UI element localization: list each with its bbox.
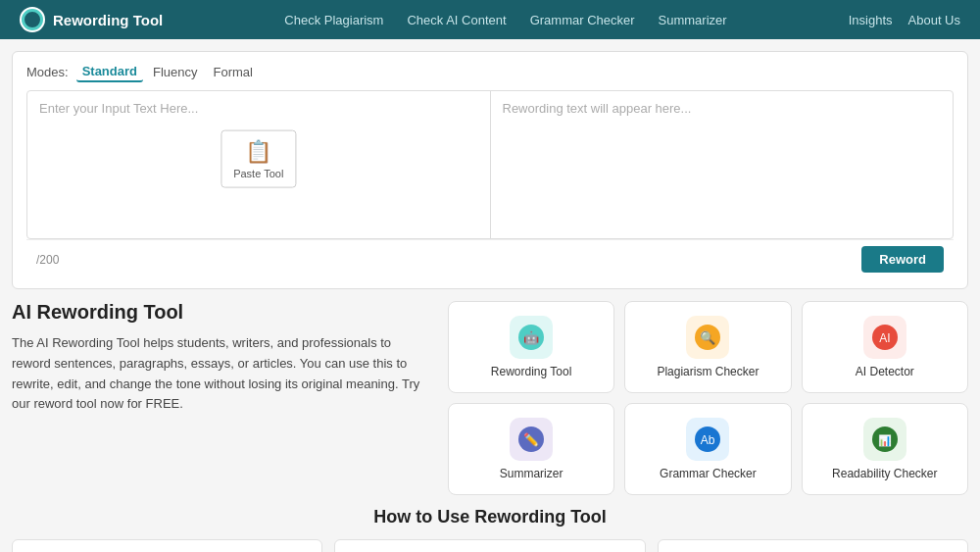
input-footer: /200 Reword (26, 239, 954, 278)
insights-link[interactable]: Insights (849, 13, 893, 27)
mode-standard[interactable]: Standard (76, 62, 143, 82)
rewording-icon: 🤖 (510, 316, 553, 359)
mode-fluency[interactable]: Fluency (147, 63, 204, 81)
tool-card-ai-detector[interactable]: AI AI Detector (802, 301, 968, 393)
svg-text:🔍: 🔍 (700, 329, 716, 346)
summarizer-icon: ✏️ (510, 418, 553, 461)
svg-text:✏️: ✏️ (523, 431, 540, 448)
rewording-label: Rewording Tool (491, 365, 572, 378)
nav-summarizer[interactable]: Summarizer (659, 13, 727, 27)
step-3-wrapper: Get Output Text Within moments, you can … (658, 539, 968, 552)
word-count: /200 (36, 253, 59, 267)
header-right: Insights About Us (849, 13, 960, 27)
tool-cards: 🤖 Rewording Tool 🔍 Plagiarism Checker AI (448, 301, 968, 495)
nav-grammar[interactable]: Grammar Checker (530, 13, 635, 27)
logo[interactable]: Rewording Tool (20, 7, 163, 32)
tool-card-readability[interactable]: 📊 Readability Checker (802, 403, 968, 495)
step-2-card: Click "REWORD" Button Once you've entere… (334, 539, 645, 552)
ai-description: The AI Rewording Tool helps students, wr… (12, 333, 428, 415)
plagiarism-icon: 🔍 (686, 316, 729, 359)
modes-label: Modes: (26, 65, 69, 79)
paste-label: Paste Tool (233, 168, 283, 179)
input-placeholder: Enter your Input Text Here... (27, 91, 490, 125)
output-area: Rewording text will appear here... (491, 91, 954, 238)
readability-icon: 📊 (863, 418, 906, 461)
about-us-link[interactable]: About Us (908, 13, 960, 27)
output-placeholder: Rewording text will appear here... (491, 91, 954, 125)
ai-detector-label: AI Detector (856, 365, 914, 378)
plagiarism-label: Plagiarism Checker (657, 365, 759, 378)
paste-tool[interactable]: 📋 Paste Tool (220, 130, 296, 188)
step-3-card: Get Output Text Within moments, you can … (658, 539, 968, 552)
tool-card-rewording[interactable]: 🤖 Rewording Tool (448, 301, 614, 393)
nav-plagiarism[interactable]: Check Plagiarism (284, 13, 383, 27)
input-area[interactable]: Enter your Input Text Here... 📋 Paste To… (27, 91, 491, 238)
svg-text:AI: AI (879, 331, 890, 345)
modes-bar: Modes: Standard Fluency Formal (26, 62, 954, 82)
ai-info: AI Rewording Tool The AI Rewording Tool … (12, 301, 428, 415)
logo-icon (20, 7, 45, 32)
steps-grid: Enter Input Text Begin by typing or past… (12, 539, 968, 552)
tool-card-summarizer[interactable]: ✏️ Summarizer (448, 403, 614, 495)
svg-text:📊: 📊 (878, 433, 892, 447)
header: Rewording Tool Check Plagiarism Check AI… (0, 0, 980, 39)
how-to-title: How to Use Rewording Tool (12, 507, 968, 527)
logo-text: Rewording Tool (53, 12, 163, 28)
below-section: AI Rewording Tool The AI Rewording Tool … (12, 301, 968, 495)
nav-ai-content[interactable]: Check AI Content (407, 13, 506, 27)
paste-icon: 📋 (245, 139, 271, 165)
grammar-label: Grammar Checker (660, 467, 757, 480)
tool-card-grammar[interactable]: Ab Grammar Checker (624, 403, 791, 495)
tool-container: Modes: Standard Fluency Formal Enter you… (12, 51, 968, 289)
ai-detector-icon: AI (863, 316, 906, 359)
readability-label: Readability Checker (832, 467, 937, 480)
main-nav: Check Plagiarism Check AI Content Gramma… (284, 13, 726, 27)
how-to-section: How to Use Rewording Tool Enter Input Te… (12, 507, 968, 552)
summarizer-label: Summarizer (500, 467, 564, 480)
text-areas: Enter your Input Text Here... 📋 Paste To… (26, 90, 954, 239)
tool-card-plagiarism[interactable]: 🔍 Plagiarism Checker (624, 301, 791, 393)
step-1-card: Enter Input Text Begin by typing or past… (12, 539, 322, 552)
ai-title: AI Rewording Tool (12, 301, 428, 324)
reword-button[interactable]: Reword (861, 246, 944, 273)
mode-formal[interactable]: Formal (208, 63, 259, 81)
svg-text:🤖: 🤖 (523, 329, 540, 346)
grammar-icon: Ab (686, 418, 729, 461)
svg-text:Ab: Ab (701, 433, 715, 447)
